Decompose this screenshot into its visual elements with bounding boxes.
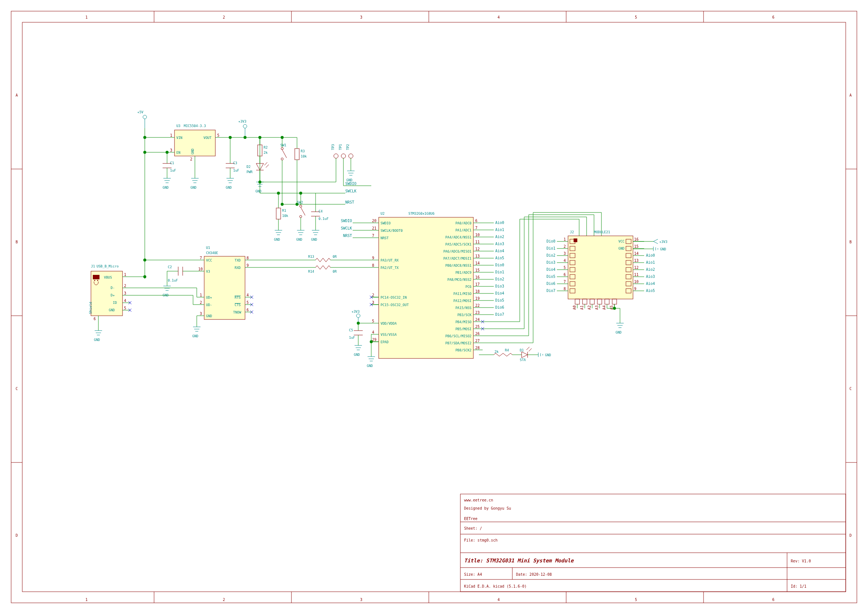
svg-text:17: 17 [475, 282, 480, 286]
svg-text:1uF: 1uF [349, 336, 355, 339]
svg-point-151 [258, 180, 261, 183]
svg-text:1: 1 [85, 598, 88, 602]
svg-text:A: A [16, 93, 18, 97]
svg-text:Shield: Shield [89, 302, 93, 314]
svg-text:GND: GND [191, 186, 196, 190]
svg-text:+3V3: +3V3 [659, 240, 668, 244]
svg-text:EPAD: EPAD [381, 340, 389, 344]
svg-text:4: 4 [564, 258, 566, 263]
svg-point-81 [243, 136, 246, 139]
svg-text:RXD: RXD [235, 266, 240, 270]
svg-text:GND: GND [615, 331, 622, 334]
svg-text:A0: A0 [572, 305, 577, 310]
svg-text:Designed by Gongyu Su: Designed by Gongyu Su [464, 506, 511, 510]
title-block: www.eetree.cn Designed by Gongyu Su EETr… [460, 494, 846, 592]
svg-text:TP3: TP3 [331, 144, 335, 150]
svg-text:ID: ID [113, 301, 117, 305]
r13: R13 0R [308, 255, 371, 262]
svg-text:Size: A4: Size: A4 [464, 572, 482, 577]
svg-text:14: 14 [634, 252, 639, 256]
svg-text:U3: U3 [176, 124, 180, 128]
ic-u1: U1 CH340E 7VCC 10V3 1UD+ 2UD- GND3 GND 8… [143, 246, 260, 338]
r2-d2: R2 2k D2 PWR GND [246, 136, 269, 193]
svg-text:PA1/ADC1: PA1/ADC1 [456, 229, 471, 232]
svg-text:GND: GND [191, 149, 195, 154]
svg-point-391 [356, 314, 360, 317]
svg-text:0R: 0R [333, 270, 337, 274]
svg-text:1: 1 [200, 293, 202, 297]
svg-point-46 [143, 151, 146, 154]
svg-text:PA3/UT_RX: PA3/UT_RX [381, 258, 399, 262]
svg-text:5: 5 [372, 319, 374, 323]
svg-text:Dio4: Dio4 [495, 291, 504, 295]
svg-text:B: B [16, 240, 18, 244]
svg-text:PA5/ADC5/SCK1: PA5/ADC5/SCK1 [445, 242, 471, 246]
svg-text:Dio0: Dio0 [547, 239, 555, 243]
svg-text:2k: 2k [264, 151, 268, 154]
svg-text:NRST: NRST [343, 234, 352, 238]
svg-point-97 [281, 148, 283, 150]
svg-line-99 [282, 150, 287, 158]
svg-text:PWR: PWR [246, 170, 253, 174]
svg-text:2: 2 [223, 598, 225, 602]
svg-text:SW1: SW1 [280, 143, 286, 147]
svg-text:U1: U1 [206, 246, 210, 250]
svg-point-126 [299, 192, 302, 194]
svg-text:18: 18 [475, 289, 480, 294]
svg-text:4: 4 [498, 15, 500, 19]
svg-text:MODULE21: MODULE21 [594, 230, 610, 234]
svg-text:5: 5 [246, 300, 249, 305]
svg-text:TP2: TP2 [346, 144, 350, 150]
svg-text:C3: C3 [233, 161, 237, 165]
svg-text:16: 16 [634, 237, 639, 241]
svg-text:VBUS: VBUS [104, 276, 112, 279]
svg-point-82 [243, 124, 247, 128]
svg-text:C1: C1 [170, 161, 174, 165]
svg-text:R3: R3 [301, 149, 305, 153]
svg-text:PC14-OSC32_IN: PC14-OSC32_IN [381, 296, 406, 299]
svg-text:Dio1: Dio1 [495, 270, 504, 274]
svg-text:C5: C5 [349, 328, 353, 332]
svg-text:SWDIO: SWDIO [381, 221, 391, 225]
svg-text:VDD/VDDA: VDD/VDDA [381, 322, 397, 325]
svg-text:6: 6 [772, 15, 775, 19]
svg-text:C2: C2 [168, 265, 172, 269]
svg-text:4: 4 [124, 298, 126, 303]
svg-text:Aio0: Aio0 [646, 253, 655, 257]
svg-text:PA4/ADC4/NSS1: PA4/ADC4/NSS1 [445, 235, 471, 239]
svg-text:6: 6 [246, 308, 249, 312]
svg-text:PB4/MISO: PB4/MISO [456, 320, 471, 324]
svg-point-142 [349, 154, 353, 158]
svg-text:23: 23 [475, 311, 480, 315]
svg-text:Aio2: Aio2 [495, 235, 504, 239]
svg-text:SWCLK: SWCLK [345, 189, 356, 193]
svg-text:D2: D2 [246, 165, 251, 169]
svg-text:Dio4: Dio4 [547, 267, 555, 272]
svg-text:27: 27 [475, 339, 480, 343]
svg-text:Aio3: Aio3 [646, 275, 655, 278]
svg-rect-479 [575, 299, 580, 304]
svg-text:Dio2: Dio2 [495, 277, 504, 281]
svg-rect-517 [460, 494, 846, 592]
svg-text:Rev: V1.0: Rev: V1.0 [791, 559, 811, 563]
svg-text:2: 2 [564, 244, 566, 249]
svg-point-101 [281, 136, 284, 139]
usb-j1: J1 USB_B_Micro VBUS D- D+ ID GND Shield … [89, 264, 145, 342]
svg-text:GND: GND [163, 186, 169, 190]
svg-text:PA11/MISO: PA11/MISO [453, 292, 471, 296]
svg-text:A2: A2 [587, 305, 591, 310]
svg-text:9: 9 [246, 263, 249, 267]
svg-text:12: 12 [634, 266, 639, 270]
svg-point-98 [281, 158, 283, 160]
svg-text:PB6/SCL/MISO2: PB6/SCL/MISO2 [445, 334, 471, 338]
svg-text:3: 3 [360, 598, 362, 602]
testpoints: TP3 TP1 TP2 SWDIO GND [258, 144, 371, 186]
svg-rect-178 [93, 275, 99, 279]
gnd-u3: GND GND [163, 178, 198, 190]
svg-text:SW2: SW2 [297, 201, 303, 204]
svg-text:PB3/SCK: PB3/SCK [457, 313, 472, 317]
svg-text:R14: R14 [308, 270, 314, 274]
svg-text:SWCLK: SWCLK [341, 226, 352, 230]
svg-text:3: 3 [360, 15, 362, 19]
svg-text:USB_B_Micro: USB_B_Micro [96, 264, 119, 268]
